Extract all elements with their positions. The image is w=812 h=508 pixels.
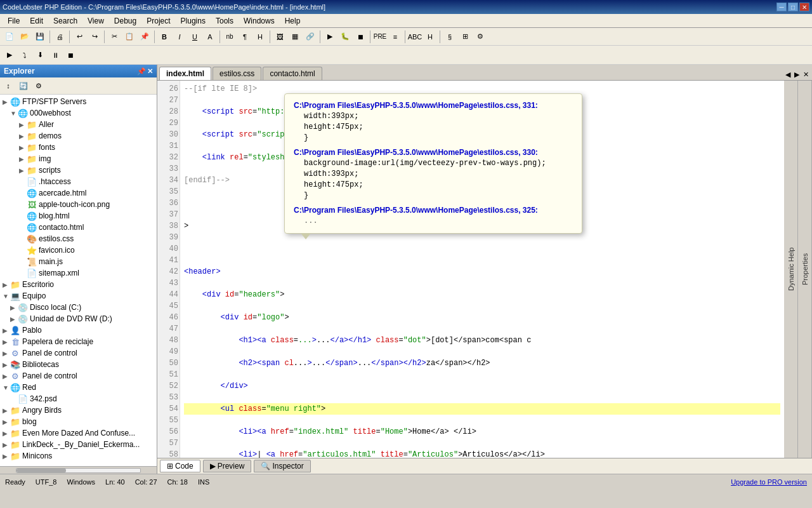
bold-button[interactable]: B bbox=[157, 30, 171, 44]
tree-item-acercade[interactable]: 🌐 acercade.html bbox=[1, 187, 155, 199]
tree-item-red[interactable]: ▼ 🌐 Red bbox=[1, 382, 155, 393]
tree-item-scripts[interactable]: ▶ 📁 scripts bbox=[1, 164, 155, 176]
close-button[interactable]: ✕ bbox=[799, 3, 809, 11]
tab-index-html[interactable]: index.html bbox=[159, 67, 211, 80]
tree-item-aller[interactable]: ▶ 📁 Aller bbox=[1, 119, 155, 130]
more-button[interactable]: ⊞ bbox=[458, 30, 472, 44]
bottom-tab-inspector[interactable]: 🔍 Inspector bbox=[254, 460, 310, 472]
tree-item-sitemap[interactable]: 📄 sitemap.xml bbox=[1, 267, 155, 279]
step-in-button[interactable]: ⬇ bbox=[33, 48, 47, 62]
menu-edit[interactable]: Edit bbox=[25, 15, 48, 27]
copy-button[interactable]: 📋 bbox=[122, 30, 136, 44]
print-button[interactable]: 🖨 bbox=[53, 30, 67, 44]
format-button[interactable]: PRE bbox=[373, 30, 387, 44]
spell-button[interactable]: ABC bbox=[408, 30, 422, 44]
code-editor[interactable]: 2627282930 3132333435 3637383940 4142434… bbox=[157, 81, 812, 458]
tree-item-apple-touch[interactable]: 🖼 apple-touch-icon.png bbox=[1, 199, 155, 210]
dynamic-help-panel[interactable]: Dynamic Help bbox=[784, 81, 798, 458]
color-button[interactable]: A bbox=[203, 30, 217, 44]
tree-item-panel2[interactable]: ▶ ⚙ Panel de control bbox=[1, 370, 155, 382]
exp-config-button[interactable]: ⚙ bbox=[32, 79, 46, 93]
tree-item-ftp[interactable]: ▶ 🌐 FTP/SFTP Servers bbox=[1, 96, 155, 107]
maximize-button[interactable]: □ bbox=[788, 3, 798, 11]
menu-windows[interactable]: Windows bbox=[239, 15, 280, 27]
pause-button[interactable]: ⏸ bbox=[48, 48, 62, 62]
block-button[interactable]: H bbox=[253, 30, 267, 44]
explorer-close[interactable]: ✕ bbox=[147, 67, 153, 76]
tree-item-htaccess[interactable]: 📄 .htaccess bbox=[1, 176, 155, 187]
new-button[interactable]: 📄 bbox=[3, 30, 16, 44]
stop-button[interactable]: ⏹ bbox=[353, 30, 367, 44]
tree-item-panel1[interactable]: ▶ ⚙ Panel de control bbox=[1, 347, 155, 359]
tree-item-minicons[interactable]: ▶ 📁 Minicons bbox=[1, 450, 155, 462]
menu-file[interactable]: File bbox=[3, 15, 25, 27]
nb-button[interactable]: nb bbox=[223, 30, 237, 44]
menu-project[interactable]: Project bbox=[141, 15, 175, 27]
bottom-tab-code[interactable]: ⊞ Code bbox=[160, 460, 200, 472]
play-button[interactable]: ▶ bbox=[3, 48, 16, 62]
step-over-button[interactable]: ⤵ bbox=[18, 48, 32, 62]
tree-item-angry-birds[interactable]: ▶ 📁 Angry Birds bbox=[1, 404, 155, 416]
table-button[interactable]: ▦ bbox=[288, 30, 302, 44]
paste-button[interactable]: 📌 bbox=[138, 30, 152, 44]
para-button[interactable]: ¶ bbox=[238, 30, 252, 44]
tab-next-button[interactable]: ▶ bbox=[793, 69, 801, 80]
snippet-button[interactable]: § bbox=[443, 30, 457, 44]
tree-item-estilos[interactable]: 🎨 estilos.css bbox=[1, 233, 155, 244]
underline-button[interactable]: U bbox=[188, 30, 202, 44]
explorer-scrollbar-h[interactable] bbox=[0, 466, 157, 474]
italic-button[interactable]: I bbox=[173, 30, 187, 44]
tree-item-equipo[interactable]: ▼ 💻 Equipo bbox=[1, 290, 155, 302]
menu-debug[interactable]: Debug bbox=[109, 15, 141, 27]
explorer-tree[interactable]: ▶ 🌐 FTP/SFTP Servers ▼ 🌐 000webhost ▶ 📁 … bbox=[0, 95, 157, 466]
tree-item-000webhost[interactable]: ▼ 🌐 000webhost bbox=[1, 107, 155, 119]
tree-item-papelera[interactable]: ▶ 🗑 Papelera de reciclaje bbox=[1, 336, 155, 347]
stop2-button[interactable]: ⏹ bbox=[63, 48, 77, 62]
upgrade-link[interactable]: Upgrade to PRO version bbox=[731, 478, 807, 486]
image-button[interactable]: 🖼 bbox=[273, 30, 287, 44]
properties-panel[interactable]: Properties bbox=[798, 81, 812, 458]
list-button[interactable]: ≡ bbox=[388, 30, 402, 44]
menu-tools[interactable]: Tools bbox=[211, 15, 239, 27]
menu-help[interactable]: Help bbox=[280, 15, 306, 27]
tree-item-disco-local[interactable]: ▶ 💿 Disco local (C:) bbox=[1, 302, 155, 313]
tree-item-linkdeck[interactable]: ▶ 📁 LinkDeck_-_By_Daniel_Eckerma... bbox=[1, 439, 155, 450]
tree-item-contacto[interactable]: 🌐 contacto.html bbox=[1, 222, 155, 233]
explorer-pin[interactable]: 📌 bbox=[137, 67, 146, 76]
tree-item-img[interactable]: ▶ 📁 img bbox=[1, 153, 155, 164]
tree-item-blog2[interactable]: ▶ 📁 blog bbox=[1, 416, 155, 427]
tree-item-dvd[interactable]: ▶ 💿 Unidad de DVD RW (D:) bbox=[1, 313, 155, 324]
bottom-tab-preview[interactable]: ▶ Preview bbox=[203, 460, 252, 472]
tab-close-button[interactable]: ✕ bbox=[802, 69, 810, 80]
tree-item-pablo[interactable]: ▶ 👤 Pablo bbox=[1, 324, 155, 336]
undo-button[interactable]: ↩ bbox=[72, 30, 86, 44]
settings-button[interactable]: ⚙ bbox=[473, 30, 487, 44]
menu-bar: File Edit Search View Debug Project Plug… bbox=[0, 14, 812, 28]
menu-plugins[interactable]: Plugins bbox=[176, 15, 211, 27]
tree-item-demos[interactable]: ▶ 📁 demos bbox=[1, 130, 155, 142]
tree-item-favicon[interactable]: ⭐ favicon.ico bbox=[1, 244, 155, 256]
link-button[interactable]: 🔗 bbox=[303, 30, 317, 44]
open-button[interactable]: 📂 bbox=[18, 30, 32, 44]
tree-item-escritorio[interactable]: ▶ 📁 Escritorio bbox=[1, 279, 155, 290]
tree-item-main-js[interactable]: 📜 main.js bbox=[1, 256, 155, 267]
tree-item-342psd[interactable]: 📄 342.psd bbox=[1, 393, 155, 404]
minimize-button[interactable]: ─ bbox=[776, 3, 787, 11]
h-button[interactable]: H bbox=[423, 30, 437, 44]
exp-refresh-button[interactable]: 🔄 bbox=[16, 79, 30, 93]
cut-button[interactable]: ✂ bbox=[107, 30, 121, 44]
exp-sort-button[interactable]: ↕ bbox=[1, 79, 15, 93]
redo-button[interactable]: ↪ bbox=[88, 30, 102, 44]
menu-search[interactable]: Search bbox=[48, 15, 82, 27]
tree-item-fonts[interactable]: ▶ 📁 fonts bbox=[1, 142, 155, 153]
tab-prev-button[interactable]: ◀ bbox=[784, 69, 792, 80]
tab-contacto-html[interactable]: contacto.html bbox=[263, 67, 322, 80]
menu-view[interactable]: View bbox=[82, 15, 109, 27]
run-button[interactable]: ▶ bbox=[323, 30, 337, 44]
debug-button[interactable]: 🐛 bbox=[338, 30, 352, 44]
tree-item-blog[interactable]: 🌐 blog.html bbox=[1, 210, 155, 222]
save-button[interactable]: 💾 bbox=[33, 30, 47, 44]
tab-estilos-css[interactable]: estilos.css bbox=[213, 67, 261, 80]
tree-item-even-more[interactable]: ▶ 📁 Even More Dazed And Confuse... bbox=[1, 427, 155, 439]
tree-item-bibliotecas[interactable]: ▶ 📚 Bibliotecas bbox=[1, 359, 155, 370]
